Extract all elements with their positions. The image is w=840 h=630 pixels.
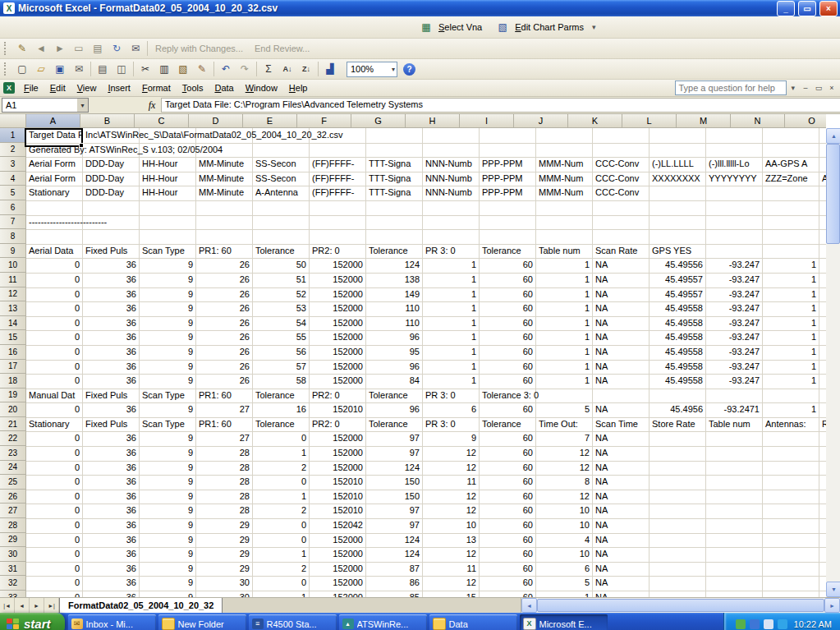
cell-B8[interactable]	[83, 229, 140, 245]
cell-N29[interactable]	[763, 533, 819, 549]
cell-B14[interactable]: 36	[83, 316, 140, 332]
cell-D32[interactable]: 30	[196, 576, 253, 591]
taskbar-item-inbox-mi-[interactable]: ✉Inbox - Mi...	[68, 614, 156, 630]
cell-H25[interactable]: 11	[423, 475, 480, 490]
menu-data[interactable]: Data	[209, 81, 239, 94]
cell-G8[interactable]	[366, 229, 423, 245]
taskbar-item-atswinre-[interactable]: ▲ATSWinRe...	[339, 614, 427, 630]
cell-C10[interactable]: 9	[140, 258, 196, 274]
cell-G17[interactable]: 96	[366, 360, 423, 375]
cell-F14[interactable]: 152000	[310, 316, 366, 332]
cell-C17[interactable]: 9	[140, 360, 196, 375]
cell-A4[interactable]: Aerial Form	[26, 172, 83, 187]
taskbar-item-microsoft-e-[interactable]: XMicrosoft E...	[520, 614, 608, 630]
cell-C14[interactable]: 9	[140, 316, 196, 332]
cell-I7[interactable]	[480, 215, 536, 231]
cell-A16[interactable]: 0	[26, 345, 83, 361]
row-header-2[interactable]: 2	[0, 143, 26, 158]
cell-D23[interactable]: 28	[196, 446, 253, 462]
cell-C25[interactable]: 9	[140, 475, 196, 490]
cell-E20[interactable]: 16	[253, 402, 310, 418]
cell-F3[interactable]: (FF)FFFF-	[310, 157, 366, 172]
cell-D9[interactable]: PR1: 60	[196, 244, 253, 260]
cell-O25[interactable]	[819, 475, 826, 490]
cell-K21[interactable]: Scan Time	[593, 417, 650, 433]
name-box-dropdown-icon[interactable]: ▾	[77, 99, 88, 112]
title-bar[interactable]: X Microsoft Excel - FormatData02_05_2004…	[0, 0, 840, 16]
cell-J20[interactable]: 5	[536, 402, 593, 418]
cell-B21[interactable]: Fixed Puls	[83, 417, 140, 433]
cell-O4[interactable]: AA-GPS A	[819, 172, 826, 187]
minimize-button[interactable]: _	[777, 1, 795, 16]
column-header-H[interactable]: H	[406, 114, 460, 128]
print-icon[interactable]: ▤	[94, 62, 112, 77]
cell-M3[interactable]: (-)lll.lllll-Lo	[706, 157, 763, 172]
cell-A8[interactable]	[26, 229, 83, 245]
cell-E7[interactable]	[253, 215, 310, 231]
cell-O30[interactable]	[819, 547, 826, 563]
cell-D8[interactable]	[196, 229, 253, 245]
cell-H12[interactable]: 1	[423, 287, 480, 303]
row-header-32[interactable]: 32	[0, 576, 26, 591]
cell-D28[interactable]: 29	[196, 518, 253, 534]
row-header-12[interactable]: 12	[0, 287, 26, 302]
autosum-icon[interactable]: Σ	[259, 62, 278, 77]
cell-G32[interactable]: 86	[366, 576, 423, 591]
cell-K31[interactable]: NA	[593, 562, 650, 577]
column-header-J[interactable]: J	[514, 114, 568, 128]
row-header-11[interactable]: 11	[0, 273, 26, 287]
cell-B5[interactable]: DDD-Day	[83, 186, 140, 201]
row-header-21[interactable]: 21	[0, 417, 26, 432]
zoom-combobox[interactable]: 100% ▾	[347, 62, 397, 77]
cell-H24[interactable]: 12	[423, 461, 480, 476]
cell-F11[interactable]: 152000	[310, 273, 366, 288]
cell-K22[interactable]: NA	[593, 431, 650, 447]
update-file-icon[interactable]: ↻	[108, 41, 126, 57]
cell-F7[interactable]	[310, 215, 366, 231]
cell-K11[interactable]: NA	[593, 273, 650, 288]
cell-J27[interactable]: 10	[536, 504, 593, 519]
cell-A30[interactable]: 0	[26, 547, 83, 563]
cell-E31[interactable]: 2	[253, 562, 310, 577]
cell-N30[interactable]	[763, 547, 819, 563]
menu-file[interactable]: File	[18, 81, 44, 94]
show-comment-icon[interactable]: ▭	[70, 41, 88, 57]
toolbar-grip[interactable]	[4, 42, 10, 55]
format-painter-icon[interactable]: ✎	[193, 62, 211, 77]
cell-O7[interactable]	[819, 215, 826, 231]
cell-B18[interactable]: 36	[83, 374, 140, 389]
cell-K30[interactable]: NA	[593, 547, 650, 563]
cell-M1[interactable]	[706, 128, 763, 144]
cell-K26[interactable]: NA	[593, 490, 650, 505]
cell-K8[interactable]	[593, 229, 650, 245]
cell-M19[interactable]	[706, 389, 763, 404]
cell-B26[interactable]: 36	[83, 490, 140, 505]
cell-N13[interactable]: 1	[763, 301, 819, 317]
cell-L20[interactable]: 45.4956	[650, 402, 706, 418]
cell-O28[interactable]	[819, 518, 826, 534]
formula-input[interactable]: Target Data File: C:\Program Files\Advan…	[161, 98, 840, 113]
cell-I17[interactable]: 60	[480, 360, 536, 375]
cell-E9[interactable]: Tolerance	[253, 244, 310, 260]
row-header-31[interactable]: 31	[0, 562, 26, 577]
cell-M26[interactable]	[706, 490, 763, 505]
cell-C33[interactable]: 9	[140, 591, 196, 597]
row-header-3[interactable]: 3	[0, 157, 26, 172]
cell-F31[interactable]: 152000	[310, 562, 366, 577]
cell-A28[interactable]: 0	[26, 518, 83, 534]
cell-C29[interactable]: 9	[140, 533, 196, 549]
cell-N23[interactable]	[763, 446, 819, 462]
cell-D7[interactable]	[196, 215, 253, 231]
toolbar-options-icon[interactable]: ▾	[590, 23, 599, 31]
cell-G7[interactable]	[366, 215, 423, 231]
cell-B32[interactable]: 36	[83, 576, 140, 591]
start-button[interactable]: start	[0, 613, 65, 630]
edit-chart-parms-button[interactable]: ▧Edit Chart Parms	[489, 18, 589, 37]
cell-L7[interactable]	[650, 215, 706, 231]
cell-G18[interactable]: 84	[366, 374, 423, 389]
cell-J5[interactable]: MMM-Num	[536, 186, 593, 201]
cell-G2[interactable]	[366, 143, 423, 159]
cell-M24[interactable]	[706, 461, 763, 476]
cell-H29[interactable]: 13	[423, 533, 480, 549]
cell-G19[interactable]: Tolerance	[366, 389, 423, 404]
